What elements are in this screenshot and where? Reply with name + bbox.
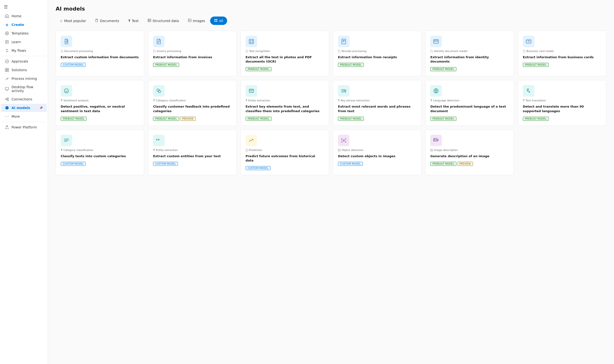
sidebar-item-desktop-flow[interactable]: Desktop flow activity bbox=[1, 83, 47, 95]
solutions-icon bbox=[5, 68, 9, 72]
card-title: Extract most relevant words and phrases … bbox=[338, 104, 416, 113]
card-icon bbox=[430, 36, 442, 47]
card-type-label: T Sentiment analysis bbox=[61, 99, 139, 102]
sidebar-item-connections-label: Connections bbox=[12, 97, 32, 101]
sidebar-item-create[interactable]: + Create bbox=[1, 21, 47, 29]
card-type-label: Business card reader bbox=[523, 50, 601, 53]
card-category-classification-custom[interactable]: T Category classification Classify texts… bbox=[56, 130, 144, 175]
sidebar: ☰ Home + Create Templates Learn My flows… bbox=[0, 0, 48, 364]
badge-prebuilt: PREBUILT MODEL bbox=[246, 117, 272, 121]
card-title: Detect custom objects in images bbox=[338, 154, 416, 158]
sidebar-item-power-platform[interactable]: Power Platform bbox=[1, 123, 47, 131]
card-doc-processing[interactable]: Document processing Extract custom infor… bbox=[56, 31, 144, 76]
card-type-label: T Category classification bbox=[61, 149, 139, 152]
card-invoice-processing[interactable]: Invoice processing Extract information f… bbox=[148, 31, 236, 76]
svg-point-43 bbox=[434, 40, 436, 42]
badge-prebuilt: PREBUILT MODEL bbox=[430, 162, 456, 166]
card-key-phrase[interactable]: T Key phrase extraction Extract most rel… bbox=[333, 80, 422, 126]
svg-rect-20 bbox=[96, 19, 98, 22]
card-icon bbox=[246, 135, 257, 146]
tab-text[interactable]: T Text bbox=[124, 17, 143, 25]
card-icon bbox=[338, 135, 349, 146]
card-sentiment[interactable]: T Sentiment analysis Detect positive, ne… bbox=[56, 80, 144, 126]
tab-documents[interactable]: Documents bbox=[91, 16, 123, 25]
card-entity-custom[interactable]: T Entity extraction Extract custom entit… bbox=[148, 130, 236, 175]
card-type-label: T Category classification bbox=[153, 99, 232, 102]
svg-rect-7 bbox=[5, 68, 7, 70]
card-object-detection[interactable]: Object detection Detect custom objects i… bbox=[333, 130, 422, 175]
card-title: Classify texts into custom categories bbox=[61, 154, 139, 158]
images-tab-icon bbox=[188, 19, 191, 23]
sidebar-item-more[interactable]: ··· More bbox=[1, 112, 47, 120]
card-title: Detect positive, negative, or neutral se… bbox=[61, 104, 139, 113]
sidebar-item-power-platform-label: Power Platform bbox=[12, 125, 37, 129]
card-type-label: Identity document reader bbox=[430, 50, 509, 53]
card-badges: PREBUILT MODEL bbox=[246, 67, 324, 71]
card-entity-extraction[interactable]: T Entity extraction Extract key elements… bbox=[241, 80, 329, 126]
card-identity-doc[interactable]: Identity document reader Extract informa… bbox=[425, 31, 514, 76]
sidebar-item-desktop-flow-label: Desktop flow activity bbox=[12, 85, 43, 93]
card-badges: CUSTOM MODEL bbox=[61, 63, 139, 67]
card-icon bbox=[153, 36, 164, 47]
svg-rect-25 bbox=[188, 19, 191, 22]
card-business-card[interactable]: Business card reader Extract information… bbox=[518, 31, 606, 76]
sidebar-item-process-mining-label: Process mining bbox=[12, 77, 37, 80]
svg-point-1 bbox=[6, 33, 8, 34]
tab-structured-data[interactable]: Structured data bbox=[144, 16, 183, 25]
tab-structured-data-label: Structured data bbox=[152, 19, 179, 23]
sidebar-item-learn[interactable]: Learn bbox=[1, 38, 47, 46]
card-icon bbox=[61, 36, 72, 47]
card-icon bbox=[61, 85, 72, 97]
card-title: Extract custom entities from your text bbox=[153, 154, 232, 158]
sidebar-item-more-label: More bbox=[12, 115, 20, 118]
card-badges: PREBUILT MODEL bbox=[61, 117, 139, 121]
card-title: Extract information from identity docume… bbox=[430, 55, 509, 64]
svg-rect-68 bbox=[246, 149, 248, 151]
card-image-description[interactable]: Image description Generate description o… bbox=[425, 130, 514, 175]
card-badges: PREBUILT MODEL bbox=[430, 67, 509, 71]
sidebar-item-templates[interactable]: Templates bbox=[1, 29, 47, 37]
sidebar-item-process-mining[interactable]: Process mining bbox=[1, 75, 47, 83]
badge-prebuilt: PREBUILT MODEL bbox=[338, 117, 364, 121]
sidebar-item-connections[interactable]: Connections bbox=[1, 95, 47, 103]
home-icon bbox=[5, 14, 9, 18]
card-category-classification[interactable]: T Category classification Classify custo… bbox=[148, 80, 236, 126]
card-badges: PREBUILT MODELPREVIEW bbox=[153, 117, 232, 121]
card-text-translation[interactable]: T Text translation Detect and translate … bbox=[518, 80, 606, 126]
card-prediction[interactable]: Prediction Predict future outcomes from … bbox=[241, 130, 329, 175]
process-mining-icon bbox=[5, 77, 9, 81]
card-badges: CUSTOM MODEL bbox=[153, 162, 232, 166]
sidebar-item-solutions[interactable]: Solutions bbox=[1, 66, 47, 74]
sidebar-item-home[interactable]: Home bbox=[1, 12, 47, 20]
card-icon bbox=[338, 36, 349, 47]
sidebar-item-ai-models-label: AI models bbox=[12, 106, 30, 110]
sidebar-item-solutions-label: Solutions bbox=[12, 68, 27, 72]
create-icon: + bbox=[5, 23, 9, 27]
svg-rect-70 bbox=[338, 149, 340, 151]
sidebar-item-approvals[interactable]: Approvals bbox=[1, 57, 47, 65]
sidebar-item-create-label: Create bbox=[12, 23, 24, 26]
tab-most-popular[interactable]: ☆ Most popular bbox=[56, 17, 90, 25]
card-language-detection[interactable]: T Language detection Detect the predomin… bbox=[425, 80, 514, 126]
text-tab-icon: T bbox=[128, 19, 130, 23]
main-content: AI models ☆ Most popular Documents T Tex… bbox=[48, 0, 614, 364]
svg-line-17 bbox=[7, 99, 7, 99]
svg-rect-77 bbox=[431, 149, 433, 151]
card-text-recognition[interactable]: Text recognition Extract all the text in… bbox=[241, 31, 329, 76]
tab-all[interactable]: All bbox=[210, 16, 227, 25]
card-receipt-processing[interactable]: Receipt processing Extract information f… bbox=[333, 31, 422, 76]
card-badges: CUSTOM MODEL bbox=[61, 162, 139, 166]
card-icon bbox=[523, 36, 534, 47]
svg-point-0 bbox=[5, 32, 9, 35]
card-type-label: Image description bbox=[430, 149, 509, 152]
card-icon bbox=[246, 36, 257, 47]
svg-rect-21 bbox=[148, 19, 151, 22]
sidebar-item-myflows[interactable]: My flows bbox=[1, 47, 47, 55]
hamburger-button[interactable]: ☰ bbox=[0, 2, 48, 12]
badge-prebuilt: PREBUILT MODEL bbox=[246, 67, 272, 71]
card-badges: PREBUILT MODEL bbox=[523, 63, 601, 67]
sidebar-item-ai-models[interactable]: AI models 📌 bbox=[1, 104, 47, 112]
cards-grid: Document processing Extract custom infor… bbox=[56, 31, 606, 175]
tab-images[interactable]: Images bbox=[184, 16, 209, 25]
card-title: Predict future outcomes from historical … bbox=[246, 154, 324, 163]
